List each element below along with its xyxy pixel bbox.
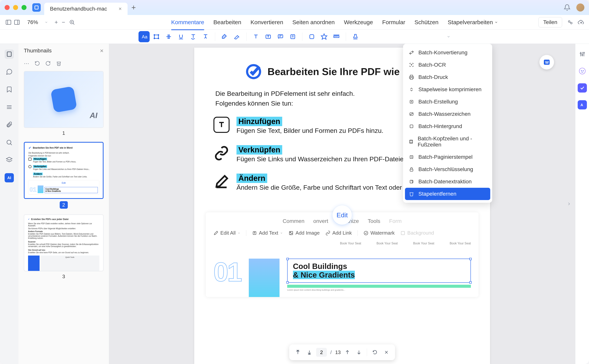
collaborate-icon[interactable] [567,19,573,26]
svg-rect-3 [14,20,20,24]
tool-caret[interactable] [200,31,211,42]
thumbnail-delete-icon[interactable] [56,61,61,66]
nav-first-page[interactable] [293,347,303,357]
tool-shapes[interactable] [306,31,317,42]
tool-squiggly[interactable] [188,31,199,42]
thumbnail-number: 2 [60,201,68,209]
tool-measure[interactable] [331,31,342,42]
export-word-button[interactable]: W [539,55,554,70]
canvas[interactable]: Bearbeiten Sie Ihre PDF wie in Word Die … [109,44,575,364]
page-expand-arrow[interactable] [567,202,571,206]
dropdown-batch-verschluesselung[interactable]: Batch-Verschlüsselung [403,163,492,176]
thumbnail-page-1[interactable]: AI 1 [24,71,104,136]
svg-rect-78 [410,169,413,171]
menu-formular[interactable]: Formular [382,17,405,27]
share-button[interactable]: Teilen [538,17,562,27]
rail-ai[interactable]: AI [5,173,14,182]
zoom-out-button[interactable]: − [62,19,65,26]
menu-stapelverarbeiten[interactable]: Stapelverarbeiten [448,17,498,27]
thumbnail-more-icon[interactable]: ⋯ [24,60,29,67]
menu-werkzeuge[interactable]: Werkzeuge [344,17,373,27]
svg-marker-36 [321,34,327,39]
zoom-level[interactable]: 76% [27,19,38,25]
chevron-down-icon [495,20,498,24]
nav-prev-page[interactable] [343,347,352,357]
tool-area-highlight[interactable] [151,31,162,42]
tool-callout[interactable] [275,31,286,42]
thumbnail-rotate-right-icon[interactable] [45,61,51,66]
document-tab[interactable]: Benutzerhandbuch-mac × [44,3,128,15]
dropdown-batch-konvertierung[interactable]: Batch-Konvertierung [403,46,492,59]
dropdown-batch-datenextraktion[interactable]: Batch-Datenextraktion [403,176,492,188]
rail-stack[interactable] [5,156,14,165]
right-rail-translate[interactable]: A [578,100,587,110]
tool-text[interactable] [250,31,261,42]
new-tab-button[interactable]: + [131,3,136,12]
dropdown-batch-wasserzeichen[interactable]: Batch-Wasserzeichen [403,108,492,120]
sidebar-right-toggle[interactable] [13,19,21,26]
sidebar-left-toggle[interactable] [5,19,12,26]
tool-highlight-text[interactable]: Aa [139,31,150,42]
cloud-upload-icon[interactable] [578,19,584,26]
nav-close[interactable] [382,347,391,357]
zoom-dropdown-icon[interactable] [45,20,48,24]
menu-konvertieren[interactable]: Konvertieren [251,17,283,27]
svg-point-15 [154,34,155,35]
window-minimize-button[interactable] [13,5,18,10]
window-maximize-button[interactable] [21,5,26,10]
menu-kommentare[interactable]: Kommentare [171,17,204,27]
thumbnail-rotate-left-icon[interactable] [35,61,40,66]
thumbnail-page-3[interactable]: ✔Erstellen Sie PDFs aus jeder Datei Wenn… [24,214,104,280]
thumbnail-number: 1 [24,130,104,136]
dropdown-batch-hintergrund[interactable]: Batch-Hintergrund [403,120,492,132]
svg-point-93 [582,54,583,55]
right-rail-verify[interactable] [578,83,587,92]
tool-note[interactable] [287,31,298,42]
dropdown-stapelweise-komprimieren[interactable]: Stapelweise komprimieren [403,83,492,96]
window-close-button[interactable] [5,5,10,10]
svg-rect-79 [410,180,413,183]
dropdown-batch-ocr[interactable]: Batch-OCR [403,59,492,71]
menu-bearbeiten[interactable]: Bearbeiten [213,17,241,27]
dropdown-stapelentfernen[interactable]: Stapelentfernen [405,188,490,200]
tool-eraser[interactable] [231,31,242,42]
tool-stamp[interactable] [350,31,361,42]
avatar[interactable] [576,3,584,12]
svg-text:A: A [580,103,583,107]
menu-seiten-anordnen[interactable]: Seiten anordnen [292,17,335,27]
nav-last-page[interactable] [304,347,314,357]
toolbar-more-dropdown[interactable] [447,35,450,39]
rail-comments[interactable] [5,67,14,76]
svg-rect-58 [290,231,293,235]
menu-schuetzen[interactable]: Schützen [414,17,438,27]
dropdown-batch-kopfzeilen[interactable]: Batch-Kopfzeilen und -Fußzeilen [403,132,492,151]
tool-star[interactable] [318,31,330,42]
tool-underline[interactable] [175,31,186,42]
tool-strikethrough[interactable] [163,31,174,42]
fit-page-button[interactable] [69,19,75,25]
rail-attachments[interactable] [5,120,14,129]
rail-search[interactable] [5,138,14,147]
svg-rect-14 [154,35,159,38]
dropdown-batch-paginierstempel[interactable]: NBatch-Paginierstempel [403,151,492,163]
svg-line-6 [73,23,74,25]
right-rail-ai-robot[interactable] [578,66,587,76]
svg-rect-44 [7,52,11,56]
tool-textbox[interactable] [263,31,274,42]
right-rail-settings[interactable] [578,50,587,59]
rail-thumbnails[interactable] [5,50,14,59]
rail-bookmarks[interactable] [5,85,14,94]
rail-layers[interactable] [5,103,14,112]
zoom-in-button[interactable]: + [54,19,58,26]
tab-close-button[interactable]: × [119,6,122,12]
check-circle-icon [245,63,262,80]
dropdown-batch-erstellung[interactable]: Batch-Erstellung [403,96,492,108]
thumbnail-page-2[interactable]: ✔Bearbeiten Sie Ihre PDF wie in Word Die… [24,142,104,208]
nav-undo[interactable] [370,347,380,357]
thumbnail-panel-close[interactable]: × [100,47,104,54]
nav-next-page[interactable] [354,347,364,357]
tool-highlighter[interactable] [219,31,230,42]
page-number-input[interactable] [316,348,327,357]
dropdown-batch-druck[interactable]: Batch-Druck [403,71,492,83]
bell-icon[interactable] [564,4,570,11]
